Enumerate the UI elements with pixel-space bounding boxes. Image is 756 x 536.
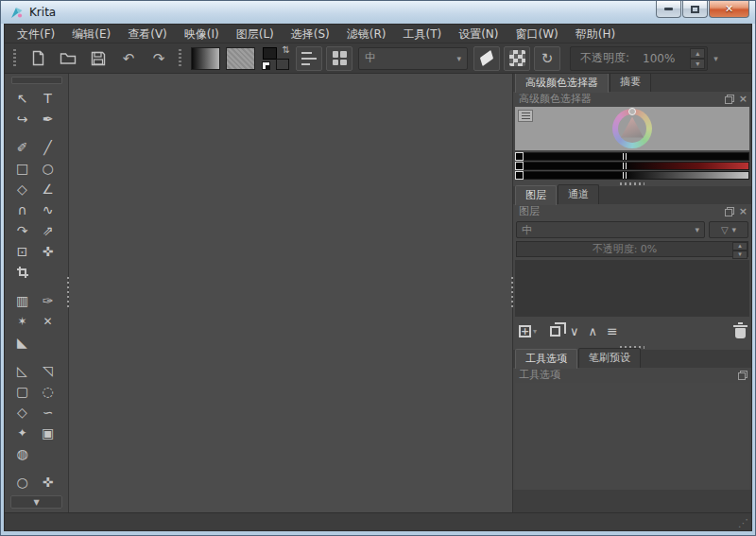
new-document-button[interactable] xyxy=(25,46,51,71)
tool-similar-select[interactable]: ✦ xyxy=(9,423,35,443)
shade-swatch[interactable] xyxy=(515,162,524,170)
toolbar-overflow-arrow[interactable]: ▾ xyxy=(713,54,718,63)
menu-view[interactable]: 查看(V) xyxy=(119,25,176,43)
menu-layer[interactable]: 图层(L) xyxy=(228,25,283,43)
spin-down-icon[interactable]: ▾ xyxy=(690,59,705,69)
shade-slider-row[interactable] xyxy=(515,171,749,180)
toolbox-header[interactable] xyxy=(11,77,62,84)
spin-down-icon[interactable]: ▾ xyxy=(732,251,747,259)
tool-ruler[interactable]: ◹ xyxy=(35,360,60,381)
tool-line[interactable]: ╱ xyxy=(35,137,60,158)
tab-tool-options[interactable]: 工具选项 xyxy=(515,349,577,369)
brush-editor-button[interactable] xyxy=(296,46,322,71)
tool-magnetic-select[interactable]: ◍ xyxy=(9,443,35,464)
gradient-chooser-button[interactable] xyxy=(191,47,220,70)
hue-handle[interactable] xyxy=(628,108,636,115)
menu-help[interactable]: 帮助(H) xyxy=(567,25,624,43)
tool-multibrush[interactable]: ⇗ xyxy=(35,220,60,241)
tool-freehand-path[interactable]: ∿ xyxy=(35,199,60,220)
menu-select[interactable]: 选择(S) xyxy=(283,25,338,43)
close-button[interactable]: ✕ xyxy=(709,1,749,18)
reload-preset-button[interactable]: ↻ xyxy=(534,46,560,71)
layer-opacity-slider[interactable]: 不透明度: 0% ▴ ▾ xyxy=(516,241,748,257)
tool-freehand-brush[interactable]: ✐ xyxy=(9,137,35,158)
delete-layer-button[interactable] xyxy=(735,324,746,338)
layer-opacity-spinner[interactable]: ▴ ▾ xyxy=(732,242,747,256)
layer-list[interactable] xyxy=(515,260,749,317)
tab-overview[interactable]: 摘要 xyxy=(610,74,651,92)
menu-tools[interactable]: 工具(T) xyxy=(394,25,450,43)
redo-button[interactable]: ↷ xyxy=(146,46,172,71)
canvas-area[interactable] xyxy=(69,74,512,512)
splitter-handle-right[interactable] xyxy=(510,277,514,307)
tool-rect-select[interactable]: ▢ xyxy=(9,381,35,402)
foreground-color-swatch[interactable] xyxy=(263,47,277,60)
opacity-spinner[interactable]: ▴ ▾ xyxy=(690,48,705,69)
reset-colors-icon[interactable] xyxy=(262,61,270,70)
tool-ellipse[interactable]: ○ xyxy=(35,158,60,179)
layer-filter-button[interactable]: ▽ ▾ xyxy=(709,221,748,238)
menu-settings[interactable]: 设置(N) xyxy=(450,25,507,43)
shade-swatch[interactable] xyxy=(515,152,524,161)
tool-measure[interactable]: ✕ xyxy=(35,311,60,332)
tool-zoom[interactable]: ○ xyxy=(9,472,35,493)
menu-edit[interactable]: 编辑(E) xyxy=(63,25,119,43)
tab-advanced-color-selector[interactable]: 高级颜色选择器 xyxy=(515,74,609,93)
close-docker-icon[interactable]: × xyxy=(739,207,747,216)
spin-up-icon[interactable]: ▴ xyxy=(732,242,747,251)
float-docker-icon[interactable] xyxy=(725,207,734,216)
menu-filter[interactable]: 滤镜(R) xyxy=(338,25,395,43)
brush-preset-dropdown[interactable]: 中 ▾ xyxy=(358,47,468,70)
tab-brush-presets[interactable]: 笔刷预设 xyxy=(578,348,641,368)
toolbar-grip[interactable] xyxy=(13,49,18,68)
tool-dynamic-brush[interactable]: ↷ xyxy=(9,220,35,241)
swap-colors-icon[interactable]: ⇅ xyxy=(283,44,290,55)
undo-button[interactable]: ↶ xyxy=(115,46,142,71)
selector-settings-button[interactable] xyxy=(518,110,533,122)
blend-mode-dropdown[interactable]: 中 ▾ xyxy=(516,221,705,238)
titlebar[interactable]: Krita ✕ xyxy=(1,1,755,24)
duplicate-layer-button[interactable] xyxy=(546,326,560,337)
tool-bezier-curve[interactable]: ∩ xyxy=(9,199,35,220)
menu-image[interactable]: 映像(I) xyxy=(176,25,228,43)
shade-strip-gray[interactable] xyxy=(524,171,749,180)
shade-strip-black[interactable] xyxy=(524,152,749,161)
saturation-triangle[interactable] xyxy=(618,114,646,143)
tool-fill[interactable]: ◣ xyxy=(9,332,35,353)
close-docker-icon[interactable]: × xyxy=(739,95,747,104)
tool-select-shapes[interactable]: ↖ xyxy=(9,88,35,109)
fg-bg-color-widget[interactable]: ⇅ xyxy=(262,46,290,71)
float-docker-icon[interactable] xyxy=(725,95,734,104)
shade-swatch[interactable] xyxy=(515,171,524,180)
slider-marker[interactable] xyxy=(623,163,627,169)
tool-pan[interactable]: ✜ xyxy=(35,472,60,493)
background-color-swatch[interactable] xyxy=(276,59,289,70)
tool-color-picker[interactable]: ✑ xyxy=(35,290,60,311)
tool-edit-shapes[interactable]: ↪ xyxy=(9,109,35,130)
color-selector-widget[interactable] xyxy=(515,107,749,150)
tab-layers[interactable]: 图层 xyxy=(515,185,557,205)
float-docker-icon[interactable] xyxy=(738,371,747,380)
move-layer-up-button[interactable]: ∧ xyxy=(589,324,598,338)
eraser-mode-button[interactable] xyxy=(473,46,500,71)
menu-file[interactable]: 文件(F) xyxy=(9,25,63,43)
tool-assistants[interactable]: ◺ xyxy=(9,360,35,381)
tool-ellipse-select[interactable]: ◌ xyxy=(35,381,60,402)
toolbar-grip[interactable] xyxy=(179,49,183,68)
move-layer-down-button[interactable]: ∨ xyxy=(570,324,579,338)
tool-polygon[interactable]: ◇ xyxy=(9,179,35,199)
tool-stamp[interactable]: ✶ xyxy=(9,311,35,332)
slider-marker[interactable] xyxy=(623,153,627,160)
open-document-button[interactable] xyxy=(55,46,81,71)
hue-ring[interactable] xyxy=(612,109,652,148)
tool-bezier-select[interactable]: ▣ xyxy=(35,423,60,443)
brush-presets-button[interactable] xyxy=(326,46,352,71)
tool-freehand-select[interactable]: ∽ xyxy=(35,402,60,423)
shade-strip-red[interactable] xyxy=(524,162,749,170)
tool-rectangle[interactable]: □ xyxy=(9,158,35,179)
shade-slider-row[interactable] xyxy=(515,162,749,170)
splitter-handle-left[interactable] xyxy=(66,277,70,307)
pattern-chooser-button[interactable] xyxy=(226,47,255,70)
tool-polygon-select[interactable]: ◇ xyxy=(9,402,35,423)
tool-text[interactable]: T xyxy=(35,88,60,109)
